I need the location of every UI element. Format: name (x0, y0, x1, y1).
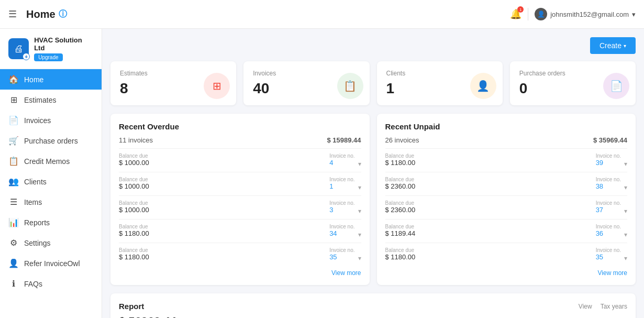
balance-value: $ 2360.00 (385, 182, 505, 190)
page-title: Home ⓘ (26, 8, 67, 20)
balance-value: $ 1000.00 (119, 182, 239, 190)
report-header: Report View Tax years (119, 302, 627, 311)
balance-value: $ 1180.00 (385, 253, 505, 261)
invoice-row: Balance due $ 1000.00 Invoice no. 4 ▾ (119, 148, 361, 172)
sidebar-item-purchase-orders[interactable]: 🛒 Purchase orders (0, 130, 102, 151)
estimates-icon: ⊞ (8, 95, 19, 105)
sidebar-item-reports[interactable]: 📊 Reports (0, 212, 102, 233)
unpaid-title: Recent Unpaid (385, 122, 440, 131)
chevron-down-icon[interactable]: ▾ (624, 255, 627, 262)
invoice-no-value[interactable]: 3 (329, 206, 354, 214)
invoice-no-value[interactable]: 1 (329, 182, 354, 190)
user-avatar: 👤 (535, 8, 547, 20)
invoice-no-label: Invoice no. (596, 153, 621, 159)
balance-value: $ 1180.00 (119, 253, 239, 261)
notification-bell[interactable]: 🔔 1 (510, 8, 521, 20)
sidebar-item-invoices[interactable]: 📄 Invoices (0, 110, 102, 130)
overdue-count: 11 invoices $ 15989.44 (119, 136, 361, 144)
invoice-no-label: Invoice no. (596, 177, 621, 182)
invoice-row: Balance due $ 1000.00 Invoice no. 3 ▾ (119, 195, 361, 219)
invoice-no-value[interactable]: 35 (329, 253, 354, 261)
brand-info: HVAC Solution Ltd Upgrade (34, 36, 93, 61)
invoice-row: Balance due $ 2360.00 Invoice no. 37 ▾ (385, 195, 628, 219)
sidebar-item-estimates[interactable]: ⊞ Estimates (0, 90, 102, 110)
invoice-no-label: Invoice no. (329, 177, 354, 182)
sidebar-item-credit-memos[interactable]: 📋 Credit Memos (0, 151, 102, 171)
two-col-sections: Recent Overdue 11 invoices $ 15989.44 Ba… (110, 114, 636, 285)
balance-label: Balance due (385, 153, 505, 159)
chevron-down-icon[interactable]: ▾ (358, 184, 361, 191)
unpaid-total: $ 35969.44 (593, 136, 627, 144)
chevron-down-icon[interactable]: ▾ (624, 184, 627, 191)
sidebar-item-label-clients: Clients (24, 178, 47, 186)
chevron-down-icon[interactable]: ▾ (624, 231, 627, 238)
sidebar-item-items[interactable]: ☰ Items (0, 192, 102, 212)
credit-memos-icon: 📋 (8, 156, 19, 166)
invoice-no-value[interactable]: 39 (596, 159, 621, 167)
invoice-no-label: Invoice no. (596, 224, 621, 229)
user-menu[interactable]: 👤 johnsmith152@gmail.com ▾ (535, 8, 636, 20)
chevron-down-icon[interactable]: ▾ (624, 160, 627, 168)
unpaid-header: Recent Unpaid (385, 122, 628, 131)
balance-value: $ 1000.00 (119, 159, 239, 167)
sidebar-item-clients[interactable]: 👥 Clients (0, 171, 102, 192)
overdue-view-more[interactable]: View more (119, 269, 361, 277)
items-icon: ☰ (8, 197, 19, 207)
report-title: Report (119, 302, 144, 311)
chevron-down-icon[interactable]: ▾ (358, 231, 361, 238)
report-amount: $ 56969.44 (119, 315, 627, 318)
invoice-no-value[interactable]: 4 (329, 159, 354, 167)
unpaid-count-text: 26 invoices (385, 136, 419, 144)
sidebar-item-settings[interactable]: ⚙ Settings (0, 233, 102, 253)
home-icon: 🏠 (8, 74, 19, 84)
balance-label: Balance due (119, 200, 239, 206)
report-view-label[interactable]: View (579, 303, 592, 310)
hamburger-icon[interactable]: ☰ (8, 8, 17, 20)
unpaid-view-more[interactable]: View more (385, 269, 628, 277)
invoice-row: Balance due $ 2360.00 Invoice no. 38 ▾ (385, 172, 628, 195)
report-tax-years-label[interactable]: Tax years (601, 303, 627, 310)
balance-value: $ 1180.00 (385, 159, 505, 167)
invoice-no-value[interactable]: 36 (596, 229, 621, 237)
invoice-no-label: Invoice no. (329, 224, 354, 229)
chevron-down-icon[interactable]: ▾ (358, 207, 361, 215)
sidebar-item-refer[interactable]: 👤 Refer InvoiceOwl (0, 253, 102, 273)
balance-value: $ 1180.00 (119, 229, 239, 237)
sidebar-item-label-invoices: Invoices (24, 116, 51, 125)
chevron-down-icon[interactable]: ▾ (358, 160, 361, 168)
balance-label: Balance due (385, 247, 505, 253)
brand-plus-icon: + (23, 53, 30, 60)
create-button[interactable]: Create ▾ (590, 37, 636, 54)
overdue-total: $ 15989.44 (327, 136, 361, 144)
topbar: ☰ Home ⓘ 🔔 1 👤 johnsmith152@gmail.com ▾ (0, 0, 644, 29)
invoice-no-value[interactable]: 38 (596, 182, 621, 190)
balance-label: Balance due (119, 224, 239, 229)
overdue-title: Recent Overdue (119, 122, 179, 131)
invoice-no-value[interactable]: 37 (596, 206, 621, 214)
overdue-header: Recent Overdue (119, 122, 361, 131)
info-icon[interactable]: ⓘ (59, 9, 67, 20)
unpaid-count: 26 invoices $ 35969.44 (385, 136, 628, 144)
chevron-down-icon[interactable]: ▾ (624, 207, 627, 215)
create-bar: Create ▾ (110, 37, 636, 54)
sidebar: 🖨 + HVAC Solution Ltd Upgrade 🏠 Home ⊞ E… (0, 29, 102, 318)
balance-value: $ 1000.00 (119, 206, 239, 214)
clients-icon: 👥 (8, 177, 19, 187)
invoice-no-value[interactable]: 34 (329, 229, 354, 237)
notification-badge: 1 (517, 6, 524, 13)
sidebar-item-label-credit-memos: Credit Memos (24, 157, 70, 166)
invoice-no-label: Invoice no. (596, 200, 621, 206)
chevron-down-icon[interactable]: ▾ (358, 255, 361, 262)
sidebar-item-faqs[interactable]: ℹ FAQs (0, 273, 102, 294)
invoice-row: Balance due $ 1180.00 Invoice no. 35 ▾ (119, 243, 361, 266)
nav-items: 🏠 Home ⊞ Estimates 📄 Invoices 🛒 Purchase… (0, 69, 102, 294)
invoice-no-label: Invoice no. (329, 153, 354, 159)
stat-icon-purchase-orders: 📄 (603, 73, 629, 99)
sidebar-item-home[interactable]: 🏠 Home (0, 69, 102, 90)
invoice-no-label: Invoice no. (596, 247, 621, 253)
upgrade-button[interactable]: Upgrade (34, 53, 62, 61)
stat-card-invoices: Invoices 40 📋 (243, 61, 369, 105)
recent-overdue-card: Recent Overdue 11 invoices $ 15989.44 Ba… (110, 114, 370, 285)
invoice-no-value[interactable]: 35 (596, 253, 621, 261)
stats-row: Estimates 8 ⊞ Invoices 40 📋 Clients 1 👤 … (110, 61, 636, 105)
